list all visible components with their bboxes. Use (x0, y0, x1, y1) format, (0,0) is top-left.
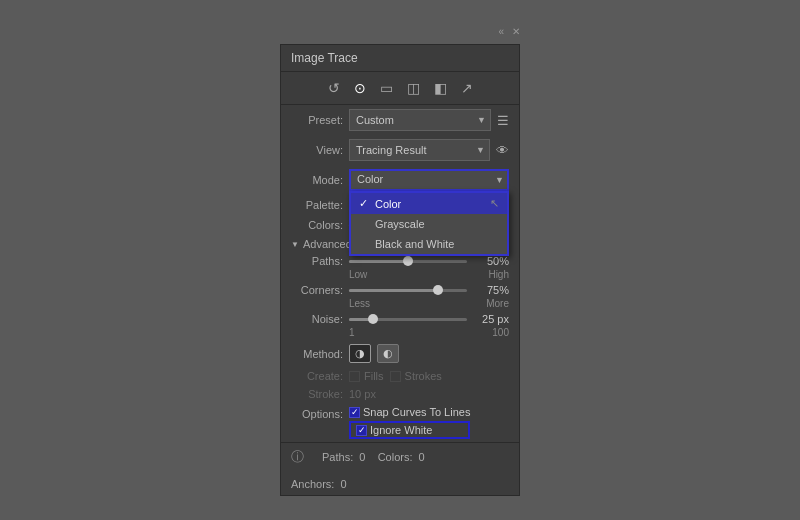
noise-hint-high: 100 (492, 327, 509, 338)
options-row: Options: ✓ Snap Curves To Lines ✓ Ignore… (281, 403, 519, 442)
paths-thumb[interactable] (403, 256, 413, 266)
stroke-label: Stroke: (291, 388, 343, 400)
advanced-label: Advanced (303, 238, 352, 250)
create-row: Create: Fills Strokes (281, 367, 519, 385)
info-icon[interactable]: ⓘ (291, 448, 304, 466)
options-checkboxes: ✓ Snap Curves To Lines ✓ Ignore White (349, 406, 470, 439)
mode-dropdown-container: Color ▼ ✓ Color ↖ Grayscale B (349, 169, 509, 191)
undo-button[interactable]: ↺ (324, 78, 344, 98)
checkmark-icon: ✓ (359, 197, 371, 210)
snap-curves-checkbox[interactable]: ✓ (349, 407, 360, 418)
collapse-icon[interactable]: « (498, 26, 504, 37)
mode-label: Mode: (291, 174, 343, 186)
noise-thumb[interactable] (368, 314, 378, 324)
strokes-label: Strokes (405, 370, 442, 382)
close-icon[interactable]: ✕ (512, 26, 520, 37)
noise-row: Noise: 25 px (281, 311, 519, 327)
mode-option-grayscale[interactable]: Grayscale (351, 214, 507, 234)
corners-label: Corners: (291, 284, 343, 296)
corners-fill (349, 289, 438, 292)
snap-curves-container: ✓ Snap Curves To Lines (349, 406, 470, 418)
panel-header: Image Trace (281, 45, 519, 72)
stroke-row: Stroke: 10 px (281, 385, 519, 403)
mode-option-bw-label: Black and White (375, 238, 454, 250)
method-label: Method: (291, 348, 343, 360)
ignore-white-label: Ignore White (370, 424, 432, 436)
status-anchors: Anchors: 0 (291, 478, 347, 490)
paths-hints: Low High (281, 269, 519, 282)
eye-icon[interactable]: 👁 (496, 143, 509, 158)
noise-label: Noise: (291, 313, 343, 325)
view1-button[interactable]: ◫ (403, 78, 424, 98)
palette-label: Palette: (291, 199, 343, 211)
view-label: View: (291, 144, 343, 156)
fills-label: Fills (364, 370, 384, 382)
mode-option-color-label: Color (375, 198, 401, 210)
method-btn-overlapping[interactable]: ◐ (377, 344, 399, 363)
paths-slider[interactable] (349, 260, 467, 263)
ignore-white-checkbox[interactable]: ✓ (356, 425, 367, 436)
mode-current-value: Color (357, 173, 383, 185)
method-row: Method: ◑ ◐ (281, 340, 519, 367)
view-select-wrapper: Tracing Result ▼ (349, 139, 490, 161)
paths-hint-high: High (488, 269, 509, 280)
mode-option-color[interactable]: ✓ Color ↖ (351, 193, 507, 214)
status-bar: ⓘ Paths: 0 Colors: 0 Anchors: 0 (281, 442, 519, 495)
view-row: View: Tracing Result ▼ 👁 (281, 135, 519, 165)
corners-hint-high: More (486, 298, 509, 309)
mode-option-grayscale-label: Grayscale (375, 218, 425, 230)
save-button[interactable]: ▭ (376, 78, 397, 98)
snap-curves-label: Snap Curves To Lines (363, 406, 470, 418)
strokes-checkbox[interactable] (390, 371, 401, 382)
paths-label: Paths: (291, 255, 343, 267)
noise-value: 25 px (473, 313, 509, 325)
mode-dropdown-menu: ✓ Color ↖ Grayscale Black and White (349, 191, 509, 256)
corners-hints: Less More (281, 298, 519, 311)
stroke-value: 10 px (349, 388, 376, 400)
mode-select[interactable]: Color ▼ (349, 169, 509, 191)
toolbar: ↺ ⊙ ▭ ◫ ◧ ↗ (281, 72, 519, 105)
corners-slider[interactable] (349, 289, 467, 292)
fills-checkbox[interactable] (349, 371, 360, 382)
method-btn-abutting[interactable]: ◑ (349, 344, 371, 363)
view-select[interactable]: Tracing Result (349, 139, 490, 161)
cursor-icon: ↖ (490, 197, 499, 210)
preset-label: Preset: (291, 114, 343, 126)
corners-row: Corners: 75% (281, 282, 519, 298)
camera-button[interactable]: ⊙ (350, 78, 370, 98)
panel-title: Image Trace (291, 51, 358, 65)
fills-checkbox-wrapper: Fills (349, 370, 384, 382)
corners-value: 75% (473, 284, 509, 296)
mode-arrow-icon: ▼ (495, 175, 504, 185)
expand-icon[interactable]: ▼ (291, 240, 299, 249)
arrow-button[interactable]: ↗ (457, 78, 477, 98)
view2-button[interactable]: ◧ (430, 78, 451, 98)
corners-thumb[interactable] (433, 285, 443, 295)
image-trace-panel: Image Trace ↺ ⊙ ▭ ◫ ◧ ↗ Preset: Custom D… (280, 44, 520, 496)
preset-row: Preset: Custom Default ▼ ☰ (281, 105, 519, 135)
options-label: Options: (291, 406, 343, 420)
preset-menu-icon[interactable]: ☰ (497, 113, 509, 128)
colors-label: Colors: (291, 219, 343, 231)
mode-row: Mode: Color ▼ ✓ Color ↖ Grayscale (281, 165, 519, 195)
paths-hint-low: Low (349, 269, 367, 280)
status-paths: Paths: 0 Colors: 0 (322, 451, 425, 463)
create-label: Create: (291, 370, 343, 382)
noise-hints: 1 100 (281, 327, 519, 340)
paths-fill (349, 260, 408, 263)
paths-value: 50% (473, 255, 509, 267)
preset-select[interactable]: Custom Default (349, 109, 491, 131)
preset-select-wrapper: Custom Default ▼ (349, 109, 491, 131)
ignore-white-container: ✓ Ignore White (349, 421, 470, 439)
corners-hint-low: Less (349, 298, 370, 309)
strokes-checkbox-wrapper: Strokes (390, 370, 442, 382)
mode-option-bw[interactable]: Black and White (351, 234, 507, 254)
noise-hint-low: 1 (349, 327, 355, 338)
noise-slider[interactable] (349, 318, 467, 321)
